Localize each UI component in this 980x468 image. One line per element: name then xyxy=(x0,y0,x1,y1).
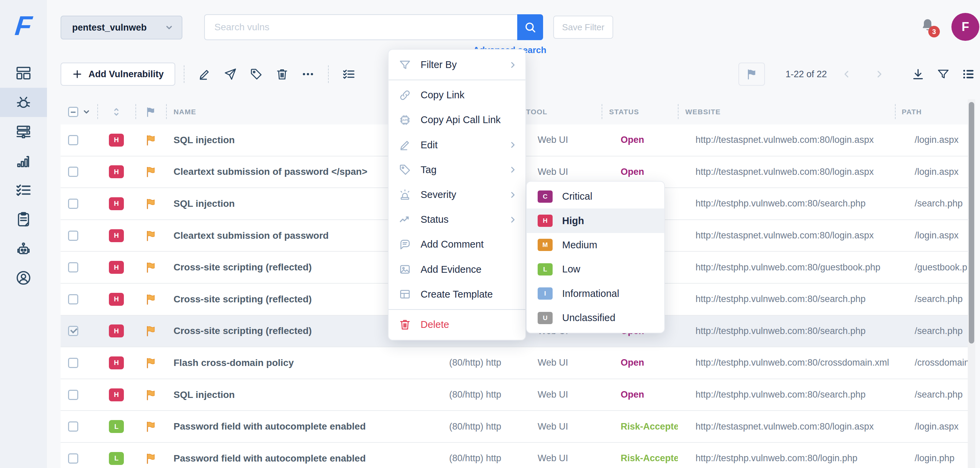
flag-icon[interactable] xyxy=(145,166,157,178)
vulnerability-name[interactable]: Cross-site scripting (reflected) xyxy=(173,325,312,336)
row-checkbox[interactable] xyxy=(68,326,78,336)
menu-item-status[interactable]: Status xyxy=(388,207,525,232)
sidebar-item-assets[interactable] xyxy=(0,117,47,146)
vulnerability-name[interactable]: SQL injection xyxy=(173,389,235,400)
severity-option-informational[interactable]: IInformational xyxy=(527,282,664,306)
vulnerability-name[interactable]: SQL injection xyxy=(173,135,235,146)
menu-item-filter-by[interactable]: Filter By xyxy=(388,52,525,77)
add-vulnerability-button[interactable]: Add Vulnerability xyxy=(60,63,175,86)
menu-item-create-template[interactable]: Create Template xyxy=(388,282,525,307)
save-filter-button[interactable]: Save Filter xyxy=(553,16,613,39)
faraday-logo-icon[interactable]: F xyxy=(0,10,49,42)
row-checkbox[interactable] xyxy=(68,135,78,145)
severity-option-medium[interactable]: MMedium xyxy=(527,233,664,257)
column-header-tool[interactable]: TOOL xyxy=(519,99,601,124)
path-cell: /guestbook.php xyxy=(915,262,975,273)
flag-icon[interactable] xyxy=(145,357,157,369)
severity-option-low[interactable]: LLow xyxy=(527,257,664,281)
table-row[interactable]: HFlash cross-domain policy(80/http) http… xyxy=(60,347,975,379)
row-checkbox[interactable] xyxy=(68,167,78,177)
sidebar-item-users[interactable] xyxy=(0,263,47,292)
column-header-website[interactable]: WEBSITE xyxy=(678,99,895,124)
sidebar-item-planner[interactable] xyxy=(0,176,47,205)
sidebar-item-dashboard[interactable] xyxy=(0,59,47,88)
severity-option-unclassified[interactable]: UUnclassified xyxy=(527,306,664,330)
menu-item-edit[interactable]: Edit xyxy=(388,133,525,157)
vertical-scrollbar[interactable] xyxy=(968,99,975,468)
flag-icon[interactable] xyxy=(145,452,157,465)
scrollbar-thumb[interactable] xyxy=(969,102,974,344)
menu-item-tag[interactable]: Tag xyxy=(388,157,525,182)
row-checkbox[interactable] xyxy=(68,198,78,209)
flag-column-header-icon[interactable] xyxy=(145,106,156,118)
search-input[interactable] xyxy=(204,14,517,40)
table-row[interactable]: HSQL injection(80/http) httpWeb UIOpenht… xyxy=(60,379,975,411)
sidebar-item-reports[interactable] xyxy=(0,205,47,234)
more-actions-button[interactable] xyxy=(301,67,315,81)
select-all-checkbox[interactable] xyxy=(68,107,78,117)
edit-button[interactable] xyxy=(197,67,212,81)
table-row[interactable]: LPassword field with autocomplete enable… xyxy=(60,443,975,468)
flag-icon[interactable] xyxy=(145,261,157,273)
row-checkbox[interactable] xyxy=(68,390,78,400)
vulnerability-name[interactable]: Cleartext submission of password xyxy=(173,230,329,241)
flag-icon[interactable] xyxy=(145,293,157,305)
tag-button[interactable] xyxy=(249,67,263,81)
sidebar-item-analytics[interactable] xyxy=(0,146,47,176)
vulnerability-name[interactable]: SQL injection xyxy=(173,198,235,209)
column-header-status[interactable]: STATUS xyxy=(601,99,678,124)
flag-icon[interactable] xyxy=(145,198,157,210)
columns-button[interactable] xyxy=(962,67,975,81)
search-button[interactable] xyxy=(517,14,543,40)
filter-button[interactable] xyxy=(937,67,950,81)
select-menu-chevron-icon[interactable] xyxy=(82,108,91,116)
workspace-selector[interactable]: pentest_vulnweb xyxy=(60,16,182,40)
menu-item-add-evidence[interactable]: Add Evidence xyxy=(388,257,525,282)
table-row[interactable]: LPassword field with autocomplete enable… xyxy=(60,411,975,443)
export-button[interactable] xyxy=(911,67,925,81)
flag-icon[interactable] xyxy=(145,230,157,242)
menu-divider xyxy=(388,309,525,310)
severity-sort-icon[interactable] xyxy=(111,106,122,117)
delete-button[interactable] xyxy=(275,67,289,81)
next-page-button[interactable] xyxy=(869,64,889,84)
status-cell: Risk-Accepted xyxy=(620,453,678,463)
flag-icon[interactable] xyxy=(145,325,157,337)
row-checkbox[interactable] xyxy=(68,358,78,368)
column-header-path[interactable]: PATH xyxy=(895,99,975,124)
prev-page-button[interactable] xyxy=(837,64,857,84)
workspace-name: pentest_vulnweb xyxy=(72,22,147,33)
flag-icon[interactable] xyxy=(145,134,157,146)
row-checkbox[interactable] xyxy=(68,454,78,463)
send-button[interactable] xyxy=(223,67,237,81)
severity-badge: H xyxy=(109,357,124,370)
menu-item-delete[interactable]: Delete xyxy=(388,312,525,337)
sidebar-item-vulnerabilities[interactable] xyxy=(0,88,47,117)
menu-item-severity[interactable]: Severity xyxy=(388,182,525,207)
flag-icon[interactable] xyxy=(145,389,157,401)
flag-filter-button[interactable] xyxy=(738,63,765,86)
menu-item-add-comment[interactable]: Add Comment xyxy=(388,232,525,257)
menu-item-copy-api-call-link[interactable]: APICopy Api Call Link xyxy=(388,108,525,132)
vulnerability-name[interactable]: Cross-site scripting (reflected) xyxy=(173,294,312,305)
path-cell: /login.aspx xyxy=(915,421,959,432)
user-avatar[interactable]: F xyxy=(951,13,979,41)
vulnerability-name[interactable]: Password field with autocomplete enabled xyxy=(173,421,366,432)
vulnerability-name[interactable]: Password field with autocomplete enabled xyxy=(173,453,366,464)
vulnerability-name[interactable]: Flash cross-domain policy xyxy=(173,357,294,368)
vulnerability-name[interactable]: Cleartext submission of password </span> xyxy=(173,166,368,177)
vulnerability-name[interactable]: Cross-site scripting (reflected) xyxy=(173,262,312,273)
row-checkbox[interactable] xyxy=(68,231,78,241)
flag-icon[interactable] xyxy=(145,420,157,433)
row-checkbox[interactable] xyxy=(68,421,78,432)
row-checkbox[interactable] xyxy=(68,294,78,305)
menu-item-copy-link[interactable]: Copy Link xyxy=(388,82,525,108)
sidebar-item-agents[interactable] xyxy=(0,234,47,263)
severity-option-high[interactable]: HHigh xyxy=(527,208,664,233)
sidebar: F xyxy=(0,0,47,468)
bulk-select-button[interactable] xyxy=(342,67,356,81)
row-checkbox[interactable] xyxy=(68,262,78,273)
notifications-bell[interactable]: 3 xyxy=(920,18,938,38)
severity-option-critical[interactable]: CCritical xyxy=(527,184,664,208)
edit-icon xyxy=(198,67,211,81)
